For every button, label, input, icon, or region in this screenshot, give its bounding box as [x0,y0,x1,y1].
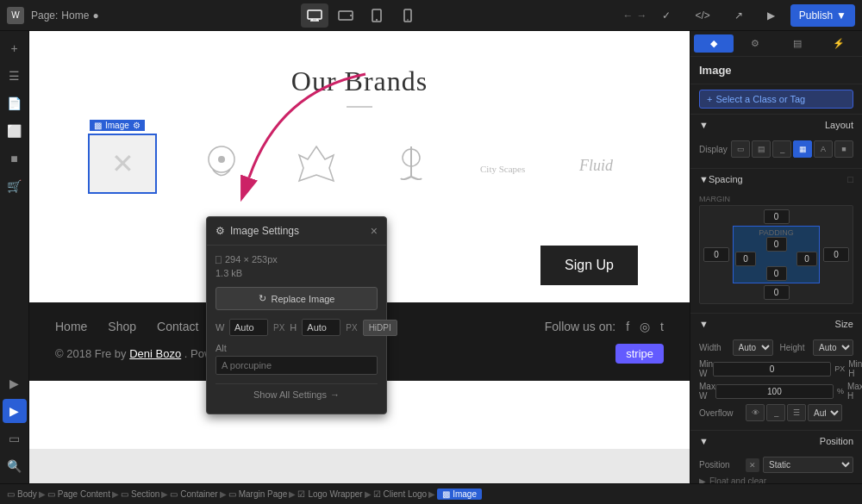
margin-top-input[interactable] [764,209,790,224]
breadcrumb-container[interactable]: ▭ Container [170,489,217,499]
disp-block[interactable]: ▭ [731,140,750,158]
preview-btn[interactable]: ▶ [759,4,784,27]
image-settings-icon[interactable]: ⚙ [133,121,141,130]
margin-bottom-input[interactable] [764,285,790,300]
webflow-logo: W [7,7,24,24]
breadcrumb-section[interactable]: ▭ Section [121,489,159,499]
show-all-settings-button[interactable]: Show All Settings → [216,383,378,405]
panel-header: Image [690,57,862,84]
breadcrumb-logo-wrapper[interactable]: ☑ Logo Wrapper [297,489,362,499]
social-twitter-icon[interactable]: t [660,320,664,333]
ovf-visible-btn[interactable]: 👁 [746,404,765,421]
footer-nav-shop[interactable]: Shop [108,320,136,333]
replace-image-button[interactable]: ↻ Replace Image [216,287,378,310]
ovf-scroll-btn[interactable]: ☰ [787,404,806,421]
tablet-h-device-btn[interactable] [332,3,359,28]
sidebar-cms-icon[interactable]: 📄 [3,91,27,115]
spacing-header[interactable]: ▼ Spacing □ [690,169,862,190]
position-header[interactable]: ▼ Position [690,431,862,451]
padding-bottom-input[interactable] [766,266,787,281]
width-select[interactable]: Auto [733,339,773,356]
maxw-input[interactable] [715,384,834,399]
dialog-dimensions: ⎕ 294 × 253px [216,254,378,264]
padding-left-input[interactable] [735,252,756,266]
size-header[interactable]: ▼ Size [690,314,862,334]
sidebar-pages-icon[interactable]: ☰ [3,64,27,88]
canvas-area[interactable]: Our Brands ▩ Image ⚙ ✕ [29,31,690,483]
code-btn[interactable]: </> [686,4,718,27]
height-select[interactable]: Auto [813,339,853,356]
breadcrumb-image[interactable]: ▩ Image [437,488,482,500]
show-all-label: Show All Settings [253,389,327,400]
selector-button[interactable]: + Select a Class or Tag [699,90,853,109]
position-section: ▼ Position Position ✕ Static ▶ Float and… [690,431,862,483]
spacing-label: Spacing [709,174,743,184]
panel-tab-interactions[interactable]: ▤ [778,34,817,53]
share-btn[interactable]: ↗ [726,4,752,27]
panel-tab-settings[interactable]: ⚙ [735,34,775,53]
breadcrumb-margin-page[interactable]: ▭ Margin Page [228,489,288,499]
sidebar-pointer-icon[interactable]: ▶ [3,399,27,423]
footer-nav-contact[interactable]: Contact [157,320,198,333]
minh-label: Min H [848,359,862,378]
alt-input[interactable] [216,356,378,375]
sidebar-layers-icon[interactable]: ⬜ [3,119,27,143]
sidebar-add-icon[interactable]: + [3,36,27,60]
bc-arrow-3: ▶ [161,489,168,499]
disp-flex[interactable]: ▦ [793,140,812,158]
margin-right-input[interactable] [823,247,849,262]
disp-inline-block[interactable]: ▤ [752,140,771,158]
replace-icon: ↻ [259,293,266,304]
breadcrumb-client-logo[interactable]: ☑ Client Logo [373,489,428,499]
sidebar-select-icon[interactable]: ▶ [3,371,27,395]
svg-text:Fluid: Fluid [578,157,614,174]
float-icon: ▶ [699,476,706,483]
breadcrumb-body[interactable]: ▭ Body [7,489,37,499]
hidpi-button[interactable]: HiDPI [363,320,397,336]
ovf-select[interactable]: Auto [808,404,842,421]
ovf-hidden-btn[interactable]: ⎯ [766,404,785,421]
panel-tab-lightning[interactable]: ⚡ [819,34,859,53]
minw-input[interactable] [713,362,831,376]
footer-nav-home[interactable]: Home [55,320,87,333]
h-input[interactable] [302,319,340,336]
padding-top-input[interactable] [766,237,787,252]
layout-header[interactable]: ▼ Layout [690,115,862,135]
disp-grid[interactable]: A [814,140,833,158]
redo-icon[interactable]: → [636,9,646,22]
float-clear-row: ▶ Float and clear [699,476,853,483]
disp-none[interactable]: ■ [834,140,853,158]
selected-image[interactable]: ▩ Image ⚙ ✕ [88,134,157,194]
sidebar-zoom-icon[interactable]: 🔍 [3,454,27,478]
footer-social: Follow us on: f ◎ t [545,320,664,333]
panel-tabs: ◆ ⚙ ▤ ⚡ [690,31,862,57]
social-facebook-icon[interactable]: f [626,320,629,333]
check-btn[interactable]: ✓ [653,4,679,27]
sidebar-assets-icon[interactable]: ■ [3,146,27,171]
publish-button[interactable]: Publish ▼ [790,4,855,27]
breadcrumb-body-icon: ▭ [7,489,15,499]
padding-bottom-row [735,266,817,281]
brands-title: Our Brands [47,65,672,97]
panel-tab-style[interactable]: ◆ [694,34,734,53]
overflow-row: Overflow 👁 ⎯ ☰ Auto [699,404,853,421]
selected-image-wrapper[interactable]: ▩ Image ⚙ ✕ [88,134,157,194]
position-type-row: Position ✕ Static [699,457,853,473]
social-instagram-icon[interactable]: ◎ [640,320,650,333]
desktop-device-btn[interactable] [301,3,328,28]
broken-image-icon: ✕ [111,147,134,180]
dialog-close-button[interactable]: × [371,224,378,238]
margin-left-input[interactable] [703,247,729,262]
signup-button[interactable]: Sign Up [540,246,638,285]
undo-icon[interactable]: ← [622,9,633,22]
sidebar-box-icon[interactable]: ▭ [3,426,27,451]
width-label: Width [699,343,733,352]
disp-inline[interactable]: ⎯ [772,140,791,158]
breadcrumb-page-content[interactable]: ▭ Page Content [47,489,110,499]
w-input[interactable] [229,319,268,336]
mobile-device-btn[interactable] [394,3,422,28]
sidebar-ecommerce-icon[interactable]: 🛒 [3,174,27,198]
pos-select[interactable]: Static [763,457,853,473]
tablet-v-device-btn[interactable] [363,3,390,28]
padding-right-input[interactable] [796,252,817,266]
